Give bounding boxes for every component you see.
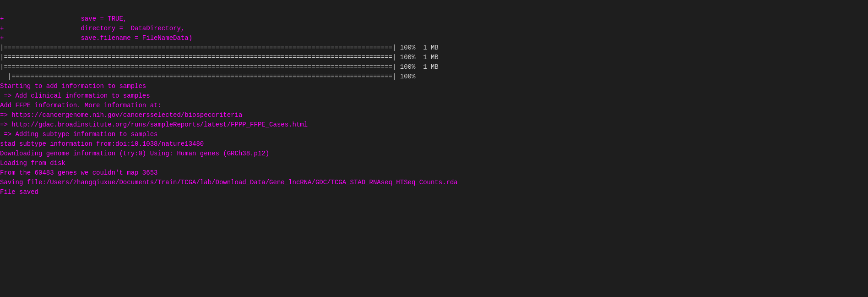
status-line: File saved (0, 188, 38, 196)
line-content: save = TRUE, (4, 15, 127, 22)
terminal-line: Add FFPE information. More information a… (0, 101, 868, 110)
terminal-line: Starting to add information to samples (0, 82, 868, 91)
terminal-line: |=======================================… (0, 53, 868, 62)
status-line: => http://gdac.broadinstitute.org/runs/s… (0, 121, 308, 128)
status-line: Loading from disk (0, 160, 65, 167)
status-line: Downloading genome information (try:0) U… (0, 150, 269, 157)
terminal-line: => https://cancergenome.nih.gov/cancerss… (0, 110, 868, 120)
status-line: stad subtype information from:doi:10.103… (0, 140, 204, 148)
terminal-line: + directory = DataDirectory, (0, 24, 868, 33)
terminal-line: |=======================================… (0, 72, 868, 82)
terminal-line: File saved (0, 187, 868, 197)
status-line: => Adding subtype information to samples (0, 131, 157, 138)
terminal-output: + save = TRUE,+ directory = DataDirector… (0, 0, 868, 202)
status-line: Starting to add information to samples (0, 82, 146, 90)
progress-bar: ========================================… (4, 63, 415, 71)
terminal-line: Saving file:/Users/zhangqiuxue/Documents… (0, 178, 868, 187)
terminal-line: => Add clinical information to samples (0, 91, 868, 101)
status-line: Add FFPE information. More information a… (0, 102, 162, 109)
status-line: => Add clinical information to samples (0, 92, 150, 99)
progress-bar: ========================================… (4, 44, 415, 51)
terminal-line: => Adding subtype information to samples (0, 130, 868, 139)
terminal-line: + save = TRUE, (0, 14, 868, 24)
progress-size: 1 MB (415, 54, 438, 61)
progress-size: 1 MB (415, 44, 438, 51)
status-line: Saving file:/Users/zhangqiuxue/Documents… (0, 179, 458, 186)
terminal-line: |=======================================… (0, 43, 868, 53)
terminal-line: stad subtype information from:doi:10.103… (0, 139, 868, 149)
line-content: directory = DataDirectory, (4, 25, 184, 32)
line-content: save.filename = FileNameData) (4, 34, 192, 42)
status-line: From the 60483 genes we couldn't map 365… (0, 169, 157, 176)
terminal-line: From the 60483 genes we couldn't map 365… (0, 168, 868, 178)
progress-size: 1 MB (415, 63, 438, 71)
terminal-line: Downloading genome information (try:0) U… (0, 149, 868, 159)
progress-indent-prefix: | (0, 73, 11, 80)
terminal-line: |=======================================… (0, 62, 868, 72)
progress-bar: ========================================… (11, 73, 415, 80)
status-line: => https://cancergenome.nih.gov/cancerss… (0, 111, 242, 119)
terminal-line: => http://gdac.broadinstitute.org/runs/s… (0, 120, 868, 130)
progress-bar: ========================================… (4, 54, 415, 61)
terminal-line: + save.filename = FileNameData) (0, 33, 868, 43)
terminal-line: Loading from disk (0, 159, 868, 168)
